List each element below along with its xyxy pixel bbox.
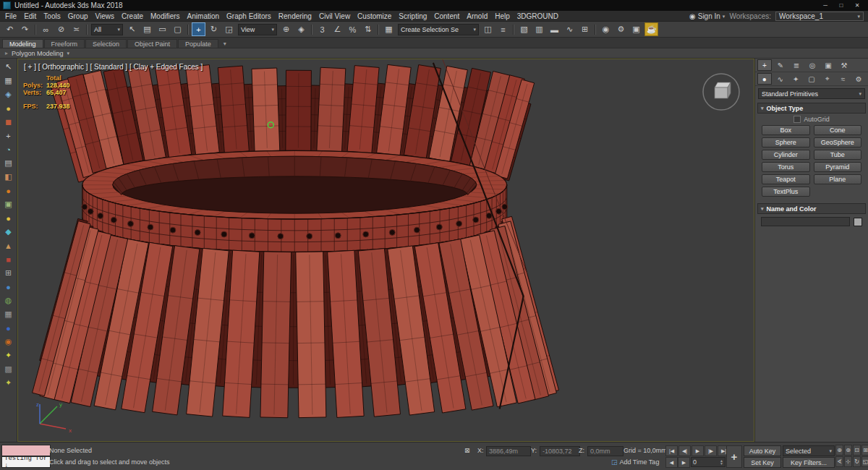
menu-customize[interactable]: Customize xyxy=(354,12,395,20)
object-type-sphere-button[interactable]: Sphere xyxy=(762,137,810,148)
primitives-category-dropdown[interactable]: Standard Primitives ▾ xyxy=(758,88,865,99)
toggle-layer-explorer-icon[interactable]: ▥ xyxy=(532,22,546,36)
window-crossing-icon[interactable]: ▢ xyxy=(171,22,184,36)
select-and-link-icon[interactable]: ∞ xyxy=(39,22,53,36)
minimize-button[interactable]: ─ xyxy=(817,0,833,11)
go-to-start-button[interactable]: |◀ xyxy=(665,445,678,456)
ribbon-config-icon[interactable]: ▾ xyxy=(224,40,226,48)
left-tool-grid-icon[interactable]: ▦ xyxy=(1,74,15,87)
menu-group[interactable]: Group xyxy=(64,12,92,20)
toggle-ribbon-icon[interactable]: ▬ xyxy=(548,22,561,36)
workspace-dropdown[interactable]: Workspace_1 ▾ xyxy=(775,12,864,21)
ribbon-tab-freeform[interactable]: Freeform xyxy=(44,39,85,48)
object-type-pyramid-button[interactable]: Pyramid xyxy=(814,162,862,172)
orbit-icon[interactable]: ↻ xyxy=(853,456,861,467)
macro-recorder-field[interactable] xyxy=(1,445,51,456)
command-panel-category-space-warps[interactable]: ≈ xyxy=(836,73,851,85)
menu-edit[interactable]: Edit xyxy=(20,12,40,20)
left-tool-half-icon[interactable]: ◧ xyxy=(1,170,15,184)
named-selection-sets-dropdown[interactable]: Create Selection Se▾ xyxy=(398,24,479,35)
menu-civil-view[interactable]: Civil View xyxy=(315,12,354,20)
z-coordinate-field[interactable]: 0,0mm xyxy=(587,446,624,456)
key-filters-button[interactable]: Key Filters... xyxy=(783,457,835,468)
menu-tools[interactable]: Tools xyxy=(40,12,64,20)
bind-to-space-warp-icon[interactable]: ≍ xyxy=(69,22,83,36)
auto-key-button[interactable]: Auto Key xyxy=(744,445,781,456)
x-coordinate-field[interactable]: 3886,49m xyxy=(486,446,531,456)
redo-icon[interactable]: ↷ xyxy=(18,22,32,36)
align-icon[interactable]: ≡ xyxy=(496,22,510,36)
render-production-icon[interactable]: ☕ xyxy=(644,22,658,36)
select-and-move-icon[interactable]: + xyxy=(192,22,205,36)
y-coordinate-field[interactable]: -10803,72 xyxy=(540,446,580,456)
menu-scripting[interactable]: Scripting xyxy=(395,12,430,20)
material-editor-icon[interactable]: ◉ xyxy=(599,22,613,36)
unlink-selection-icon[interactable]: ⊘ xyxy=(54,22,68,36)
viewport-canvas[interactable] xyxy=(18,59,754,441)
edit-named-selection-sets-icon[interactable]: ▦ xyxy=(382,22,396,36)
select-and-rotate-icon[interactable]: ↻ xyxy=(207,22,221,36)
mirror-icon[interactable]: ◫ xyxy=(481,22,495,36)
left-tool-mesh-icon[interactable]: ▦ xyxy=(1,307,15,321)
object-type-cylinder-button[interactable]: Cylinder xyxy=(762,150,810,160)
spinner-down-icon[interactable]: ▼ xyxy=(720,462,723,465)
left-tool-select-icon[interactable]: ↖ xyxy=(1,60,15,74)
command-panel-tab-display[interactable]: ▣ xyxy=(821,59,835,71)
command-panel-tab-modify[interactable]: ✎ xyxy=(773,59,788,71)
selected-filter-dropdown[interactable]: Selected ▾ xyxy=(783,445,835,456)
selection-lock-icon[interactable]: ⊠ xyxy=(464,447,470,454)
command-panel-tab-utilities[interactable]: ⚒ xyxy=(837,59,851,71)
viewport-label[interactable]: [ + ] [ Orthographic ] [ Standard ] [ Cl… xyxy=(24,63,203,71)
left-tool-hatch-icon[interactable]: ▩ xyxy=(1,362,15,376)
left-tool-block-icon[interactable]: ◼ xyxy=(1,115,15,129)
autogrid-checkbox[interactable] xyxy=(793,116,801,123)
rendered-frame-window-icon[interactable]: ▣ xyxy=(629,22,643,36)
rectangular-selection-region-icon[interactable]: ▭ xyxy=(156,22,169,36)
command-panel-tab-hierarchy[interactable]: ≣ xyxy=(789,59,804,71)
render-setup-icon[interactable]: ⚙ xyxy=(614,22,628,36)
menu-modifiers[interactable]: Modifiers xyxy=(147,12,184,20)
zoom-icon[interactable]: ⊕ xyxy=(835,445,843,456)
command-panel-category-cameras[interactable]: ▢ xyxy=(804,73,819,85)
ribbon-tab-modeling[interactable]: Modeling xyxy=(2,39,43,48)
left-tool-ball-icon[interactable]: ● xyxy=(1,211,15,225)
ribbon-tab-object-paint[interactable]: Object Paint xyxy=(127,39,177,48)
menu-rendering[interactable]: Rendering xyxy=(275,12,315,20)
play-button[interactable]: ▶ xyxy=(692,445,704,456)
select-and-manipulate-icon[interactable]: ◈ xyxy=(294,22,308,36)
menu-views[interactable]: Views xyxy=(92,12,119,20)
command-panel-category-helpers[interactable]: ⌖ xyxy=(820,73,835,85)
command-panel-category-shapes[interactable]: ∿ xyxy=(773,73,788,85)
object-name-field[interactable] xyxy=(761,217,850,226)
viewport[interactable]: [ + ] [ Orthographic ] [ Standard ] [ Cl… xyxy=(17,59,754,442)
angle-snap-toggle-icon[interactable]: ∠ xyxy=(331,22,344,36)
schematic-view-icon[interactable]: ⊞ xyxy=(578,22,592,36)
field-of-view-icon[interactable]: ∢ xyxy=(835,456,843,467)
snap-toggle-3d-icon[interactable]: 3 xyxy=(315,22,329,36)
zoom-extents-all-icon[interactable]: ⊞ xyxy=(861,445,868,456)
menu-create[interactable]: Create xyxy=(118,12,147,20)
object-color-swatch[interactable] xyxy=(854,218,862,226)
menu-help[interactable]: Help xyxy=(491,12,514,20)
object-type-rollout[interactable]: ▾ Object Type xyxy=(757,103,866,114)
select-by-name-icon[interactable]: ▤ xyxy=(140,22,154,36)
toggle-scene-explorer-icon[interactable]: ▧ xyxy=(517,22,531,36)
left-tool-bright-icon[interactable]: ✦ xyxy=(1,349,15,362)
left-tool-panel-icon[interactable]: ▣ xyxy=(1,197,15,211)
left-tool-add-icon[interactable]: + xyxy=(1,129,15,142)
object-type-textplus-button[interactable]: TextPlus xyxy=(762,187,810,197)
left-tool-tri-icon[interactable]: ▲ xyxy=(1,239,15,252)
ribbon-tab-selection[interactable]: Selection xyxy=(85,39,127,48)
left-tool-sphere-icon[interactable]: ● xyxy=(1,101,15,115)
curve-editor-icon[interactable]: ∿ xyxy=(563,22,576,36)
maximize-viewport-toggle-icon[interactable]: ◱ xyxy=(861,456,868,467)
left-tool-diamond-icon[interactable]: ◆ xyxy=(1,225,15,239)
ribbon-collapsed-panel[interactable]: ▸ Polygon Modeling ▾ xyxy=(0,48,868,59)
object-type-box-button[interactable]: Box xyxy=(762,125,810,135)
menu-content[interactable]: Content xyxy=(430,12,463,20)
zoom-extents-icon[interactable]: ⊡ xyxy=(853,445,861,456)
left-tool-dot-icon[interactable]: ● xyxy=(1,184,15,197)
command-panel-tab-create[interactable]: + xyxy=(757,59,772,71)
maximize-button[interactable]: □ xyxy=(833,0,849,11)
pan-icon[interactable]: ⊹ xyxy=(844,456,852,467)
